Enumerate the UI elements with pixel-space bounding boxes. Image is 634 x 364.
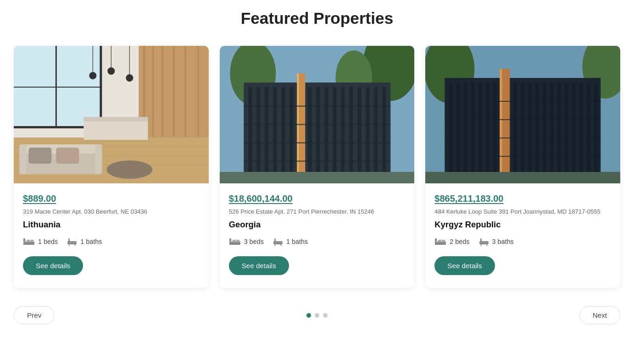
baths-label-1: 1 baths (80, 238, 102, 245)
svg-rect-22 (28, 148, 51, 164)
svg-line-80 (281, 244, 281, 246)
prev-button[interactable]: Prev (14, 306, 55, 324)
property-address-3: 484 Kerluke Loop Suite 391 Port Joannyst… (434, 208, 611, 216)
bath-icon-3 (479, 237, 489, 246)
svg-rect-106 (445, 101, 601, 102)
svg-rect-23 (56, 148, 79, 164)
svg-line-119 (481, 244, 481, 246)
property-card-3: $865,211,183.00 484 Kerluke Loop Suite 3… (425, 46, 620, 288)
svg-rect-69 (244, 160, 390, 162)
svg-rect-85 (450, 83, 453, 183)
svg-rect-48 (248, 87, 252, 183)
svg-rect-109 (445, 156, 601, 157)
beds-feature-3: 2 beds (434, 237, 469, 246)
svg-rect-103 (595, 83, 598, 183)
svg-point-26 (89, 72, 96, 79)
beds-label-3: 2 beds (450, 238, 469, 245)
svg-rect-101 (580, 83, 583, 183)
svg-rect-94 (528, 83, 532, 183)
svg-rect-98 (558, 83, 561, 183)
svg-rect-110 (425, 172, 620, 183)
svg-rect-86 (457, 83, 460, 183)
svg-rect-105 (500, 69, 502, 183)
svg-rect-37 (30, 240, 33, 242)
svg-rect-65 (297, 73, 299, 183)
svg-line-42 (75, 244, 75, 246)
svg-rect-75 (236, 240, 239, 242)
svg-rect-59 (349, 87, 353, 183)
property-card-2: $18,600,144.00 526 Price Estate Apt. 271… (220, 46, 415, 288)
bed-icon-3 (434, 237, 446, 246)
svg-rect-89 (479, 83, 482, 183)
svg-rect-67 (244, 124, 390, 125)
svg-rect-51 (273, 87, 277, 183)
property-location-3: Kyrgyz Republic (434, 220, 611, 230)
svg-rect-50 (265, 87, 268, 183)
svg-rect-115 (442, 240, 445, 242)
property-location-1: Lithuania (23, 220, 200, 230)
svg-rect-55 (316, 87, 320, 183)
svg-rect-31 (83, 119, 148, 140)
property-features-1: 1 beds 1 baths (23, 237, 200, 246)
svg-rect-62 (374, 87, 378, 183)
svg-rect-108 (445, 138, 601, 138)
svg-rect-92 (514, 83, 517, 183)
svg-rect-87 (464, 83, 467, 183)
pagination-dot-2[interactable] (315, 313, 319, 318)
pagination-dot-1[interactable] (306, 313, 311, 318)
svg-rect-93 (521, 83, 524, 183)
svg-rect-36 (27, 240, 30, 242)
pagination-dot-3[interactable] (323, 313, 328, 318)
svg-rect-52 (281, 87, 285, 183)
svg-line-41 (69, 244, 69, 246)
property-image-3 (425, 46, 620, 183)
svg-rect-91 (494, 83, 497, 183)
svg-rect-74 (233, 240, 236, 242)
beds-feature-2: 3 beds (229, 237, 264, 246)
baths-feature-1: 1 baths (67, 237, 102, 246)
properties-grid: $889.00 319 Macie Center Apt. 030 Beerfu… (14, 46, 620, 288)
baths-feature-2: 1 baths (273, 237, 308, 246)
svg-point-30 (126, 74, 133, 82)
svg-rect-96 (543, 83, 546, 183)
pagination-row: Prev Next (14, 306, 620, 324)
svg-rect-54 (308, 87, 311, 183)
see-details-button-3[interactable]: See details (434, 256, 495, 275)
svg-rect-70 (220, 172, 415, 183)
property-location-2: Georgia (229, 220, 406, 230)
property-price-3: $865,211,183.00 (434, 193, 611, 204)
beds-label-1: 1 beds (38, 238, 58, 245)
card-body-2: $18,600,144.00 526 Price Estate Apt. 271… (220, 183, 415, 288)
svg-rect-21 (95, 144, 102, 174)
card-body-1: $889.00 319 Macie Center Apt. 030 Beerfu… (14, 183, 209, 288)
baths-feature-3: 3 baths (479, 237, 514, 246)
svg-point-24 (106, 160, 152, 179)
svg-rect-102 (587, 83, 590, 183)
beds-label-2: 3 beds (244, 238, 264, 245)
property-image-1 (14, 46, 209, 183)
property-price-2: $18,600,144.00 (229, 193, 406, 204)
page-title: Featured Properties (241, 9, 393, 28)
beds-feature-1: 1 beds (23, 237, 58, 246)
svg-rect-53 (289, 87, 293, 183)
property-features-3: 2 beds 3 baths (434, 237, 611, 246)
svg-rect-32 (83, 117, 148, 121)
bed-icon-2 (229, 237, 241, 246)
see-details-button-1[interactable]: See details (23, 256, 83, 275)
bed-icon-1 (23, 237, 35, 246)
svg-rect-95 (536, 83, 539, 183)
property-address-2: 526 Price Estate Apt. 271 Port Pierreche… (229, 208, 406, 216)
see-details-button-2[interactable]: See details (229, 256, 289, 275)
property-features-2: 3 beds 1 baths (229, 237, 406, 246)
svg-rect-61 (366, 87, 369, 183)
next-button[interactable]: Next (579, 306, 620, 324)
svg-rect-20 (19, 144, 26, 174)
baths-label-2: 1 baths (286, 238, 308, 245)
svg-rect-66 (244, 105, 390, 107)
property-price-1: $889.00 (23, 193, 200, 204)
property-card-1: $889.00 319 Macie Center Apt. 030 Beerfu… (14, 46, 209, 288)
svg-rect-107 (445, 119, 601, 120)
svg-rect-90 (486, 83, 489, 183)
baths-label-3: 3 baths (492, 238, 514, 245)
svg-rect-49 (256, 87, 260, 183)
